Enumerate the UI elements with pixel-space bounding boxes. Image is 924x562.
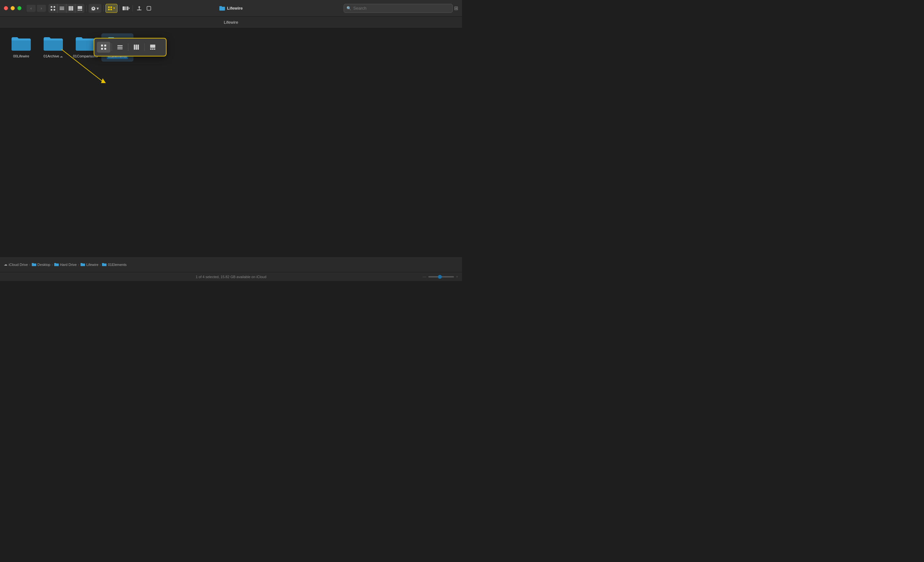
folder-icon-00lifewire bbox=[12, 36, 31, 52]
window-folder-icon bbox=[219, 6, 225, 10]
expand-button[interactable]: ⊞ bbox=[454, 5, 458, 11]
popup-gallery-view[interactable] bbox=[146, 42, 159, 52]
svg-rect-22 bbox=[147, 6, 151, 10]
search-input[interactable] bbox=[353, 6, 450, 10]
breadcrumb-icloud-label: iCloud Drive bbox=[9, 263, 28, 267]
breadcrumb-sep-3: › bbox=[78, 263, 79, 267]
folder-01archive[interactable]: 01Archive☁ bbox=[37, 33, 69, 61]
svg-rect-15 bbox=[110, 6, 112, 8]
share-button[interactable] bbox=[135, 4, 144, 13]
toolbar-separator-3 bbox=[119, 5, 120, 12]
svg-rect-26 bbox=[104, 48, 106, 50]
window-title-text: Lifewire bbox=[227, 6, 243, 10]
back-button[interactable]: ‹ bbox=[27, 5, 36, 12]
svg-rect-27 bbox=[117, 45, 123, 46]
status-text: 1 of 4 selected, 15.82 GB available on i… bbox=[196, 275, 266, 279]
search-bar[interactable]: 🔍 bbox=[344, 4, 453, 13]
breadcrumb-harddrive-label: Hard Drive bbox=[60, 263, 77, 267]
svg-rect-18 bbox=[123, 6, 125, 10]
toolbar-separator-4 bbox=[132, 5, 133, 12]
forward-button[interactable]: › bbox=[37, 5, 46, 12]
column-view-button[interactable] bbox=[66, 4, 75, 13]
folder-00lifewire[interactable]: 00Lifewire bbox=[5, 33, 37, 61]
breadcrumb-icloud[interactable]: ☁ iCloud Drive bbox=[4, 262, 28, 267]
toolbar-separator-1 bbox=[86, 5, 87, 12]
zoom-plus: + bbox=[456, 274, 458, 279]
svg-rect-16 bbox=[108, 9, 110, 10]
svg-rect-36 bbox=[154, 48, 156, 50]
folder-icon-01archive bbox=[44, 36, 63, 52]
svg-rect-11 bbox=[78, 10, 79, 10]
svg-rect-8 bbox=[70, 6, 72, 10]
svg-rect-25 bbox=[101, 48, 103, 50]
title-bar: ‹ › bbox=[0, 0, 462, 16]
slider-track[interactable] bbox=[428, 276, 454, 277]
svg-rect-31 bbox=[136, 45, 137, 50]
gear-dropdown-arrow: ▾ bbox=[97, 6, 99, 11]
folder-label-01archive: 01Archive☁ bbox=[44, 54, 63, 58]
svg-rect-9 bbox=[72, 6, 73, 10]
svg-rect-6 bbox=[60, 9, 64, 10]
svg-rect-35 bbox=[152, 48, 154, 50]
close-button[interactable] bbox=[4, 6, 8, 10]
svg-rect-10 bbox=[78, 6, 82, 9]
folder-label-00lifewire: 00Lifewire bbox=[13, 54, 29, 58]
annotation-arrow bbox=[0, 28, 462, 256]
minimize-button[interactable] bbox=[10, 6, 15, 10]
svg-rect-4 bbox=[60, 7, 64, 7]
svg-rect-12 bbox=[79, 10, 81, 10]
popup-column-view[interactable] bbox=[130, 42, 143, 52]
svg-rect-0 bbox=[51, 6, 52, 8]
gallery-view-button[interactable] bbox=[75, 4, 84, 13]
maximize-button[interactable] bbox=[17, 6, 21, 10]
main-content: 00Lifewire 01Archive☁ 01Comparisons bbox=[0, 28, 462, 256]
slider-thumb[interactable] bbox=[438, 275, 442, 279]
view-switch-button[interactable]: ▾ bbox=[105, 4, 117, 13]
svg-rect-29 bbox=[117, 48, 123, 49]
breadcrumb-01elements-label: 01Elements bbox=[108, 263, 126, 267]
svg-rect-28 bbox=[117, 47, 123, 48]
path-bar: Lifewire bbox=[0, 16, 462, 28]
breadcrumb-desktop[interactable]: Desktop bbox=[32, 263, 50, 267]
svg-rect-17 bbox=[110, 9, 112, 10]
nav-buttons: ‹ › bbox=[27, 5, 46, 12]
svg-rect-24 bbox=[104, 45, 106, 46]
zoom-minus: — bbox=[423, 274, 426, 279]
svg-rect-14 bbox=[108, 6, 110, 8]
icloud-icon: ☁ bbox=[4, 262, 8, 267]
svg-rect-19 bbox=[126, 6, 126, 10]
traffic-lights bbox=[4, 6, 21, 10]
zoom-slider[interactable]: — + bbox=[423, 274, 458, 279]
breadcrumb-lifewire-label: Lifewire bbox=[86, 263, 99, 267]
breadcrumb-sep-4: › bbox=[100, 263, 101, 267]
popup-divider-2 bbox=[128, 43, 128, 51]
svg-rect-13 bbox=[81, 10, 82, 10]
svg-rect-1 bbox=[54, 6, 55, 8]
window-title: Lifewire bbox=[219, 6, 243, 10]
tag-button[interactable] bbox=[144, 4, 153, 13]
svg-rect-7 bbox=[69, 6, 70, 10]
layout-switch-button[interactable]: ▾ bbox=[122, 4, 130, 13]
popup-list-view[interactable] bbox=[113, 42, 127, 52]
breadcrumb-sep-1: › bbox=[29, 263, 30, 267]
toolbar-separator-2 bbox=[103, 5, 104, 12]
harddrive-folder-icon bbox=[54, 263, 59, 266]
icon-view-button[interactable] bbox=[48, 4, 57, 13]
breadcrumb-harddrive[interactable]: Hard Drive bbox=[54, 263, 77, 267]
breadcrumb-desktop-label: Desktop bbox=[38, 263, 50, 267]
breadcrumb-lifewire[interactable]: Lifewire bbox=[81, 263, 99, 267]
svg-rect-5 bbox=[60, 8, 64, 9]
view-mode-group bbox=[48, 4, 84, 13]
breadcrumb-01elements[interactable]: 01Elements bbox=[102, 263, 126, 267]
action-menu-button[interactable]: ▾ bbox=[88, 4, 101, 13]
svg-rect-21 bbox=[137, 10, 141, 10]
svg-rect-32 bbox=[138, 45, 139, 50]
svg-rect-2 bbox=[51, 9, 52, 10]
popup-divider-3 bbox=[144, 43, 145, 51]
svg-rect-23 bbox=[101, 45, 103, 46]
view-switch-arrow: ▾ bbox=[113, 6, 115, 10]
popup-icon-view[interactable] bbox=[97, 42, 110, 52]
lifewire-folder-icon bbox=[81, 263, 85, 266]
list-view-button[interactable] bbox=[57, 4, 66, 13]
svg-marker-38 bbox=[101, 78, 106, 83]
